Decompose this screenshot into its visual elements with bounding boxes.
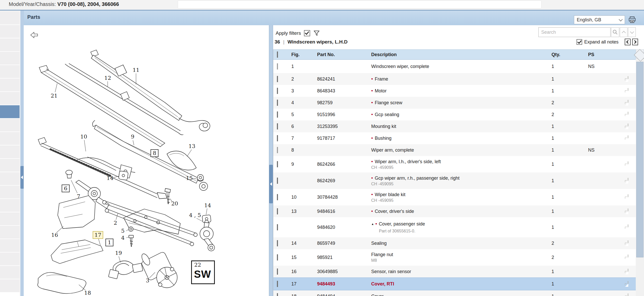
row-checkbox[interactable] [277,208,278,214]
row-checkbox[interactable] [277,224,278,230]
sidebar-item[interactable] [0,279,20,292]
row-checkbox[interactable] [277,161,278,167]
note-icon[interactable] [628,240,628,246]
sidebar-item[interactable] [0,226,20,239]
sidebar-item[interactable] [0,199,20,212]
table-row-selected[interactable]: 17 9484493 Cover, RTI 1 [273,277,636,290]
note-icon[interactable] [628,281,628,287]
next-section-button[interactable] [632,39,638,45]
sidebar-item[interactable] [0,132,20,145]
search-button[interactable] [611,27,619,37]
fig-cell: 13 [291,209,317,214]
expand-all-notes-checkbox[interactable] [577,39,582,45]
table-row[interactable]: 13 9484616 •Cover, driver's side 1 [273,205,636,217]
row-checkbox[interactable] [277,281,278,287]
table-row[interactable]: 7 9178717 •Bushing 1 [273,132,636,144]
select-all-checkbox[interactable] [277,51,278,58]
note-icon[interactable] [628,76,628,82]
note-icon[interactable] [628,178,628,184]
row-checkbox[interactable] [277,135,278,141]
diagram-figure-label: 14 [107,175,114,181]
row-checkbox[interactable] [277,240,278,246]
note-icon[interactable] [628,124,628,129]
part-marker-icon: • [371,175,373,181]
sidebar-item[interactable] [0,239,20,252]
row-checkbox[interactable] [277,268,278,275]
sidebar-item[interactable] [0,186,20,198]
note-expander-icon[interactable]: ▲ [371,222,374,225]
left-sidebar-list[interactable] [0,12,20,296]
sidebar-item[interactable] [0,79,20,91]
table-row[interactable]: 8 Wiper arm, complete 1 NS [273,144,636,156]
table-row[interactable]: 9484620 ▲•Cover, passenger sidePart of 3… [273,217,636,237]
row-checkbox[interactable] [277,111,278,118]
table-scrollbar[interactable] [636,49,644,296]
sidebar-item[interactable] [0,159,20,172]
table-row[interactable]: 14 8659749 Sealing 2 [273,237,636,249]
table-row[interactable]: 4 982759 •Flange screw 2 [273,97,636,109]
note-icon[interactable] [628,255,628,260]
find-next-button[interactable] [628,27,636,37]
sidebar-item[interactable] [0,65,20,78]
scrollbar-thumb[interactable] [636,62,643,257]
sidebar-splitter-handle[interactable] [20,166,24,189]
table-row[interactable]: 5 9151996 •Gcp sealing 2 [273,109,636,120]
sidebar-item[interactable] [0,266,20,279]
row-checkbox[interactable] [277,123,278,129]
sidebar-item[interactable] [0,38,20,51]
row-checkbox[interactable] [277,293,278,296]
table-row[interactable]: 9 8624266 •Wiper arm, l.h., driver's sid… [273,156,636,172]
sidebar-item[interactable] [0,12,20,24]
desc-cell: Flange screw [375,100,402,105]
row-checkbox[interactable] [277,178,278,184]
scroll-up-button[interactable] [636,49,644,59]
table-row[interactable]: 8624269 •Gcp wiper arm, r.h., passenger … [273,172,636,189]
table-row[interactable]: 16 30649885 Sensor, rain sensor 1 [273,266,636,277]
note-icon[interactable] [628,135,628,141]
panel-splitter-handle[interactable] [269,165,273,203]
table-row[interactable]: 15 985921 Flange nutM8 2 [273,249,636,266]
table-row[interactable]: 18 9484494 Cover 1 [273,290,636,296]
search-input[interactable] [538,27,611,37]
table-row[interactable]: 1 Windscreen wiper, complete 1 NS [273,60,636,73]
note-icon[interactable] [628,208,628,214]
sidebar-item[interactable] [0,52,20,65]
note-icon[interactable] [628,161,628,167]
row-checkbox[interactable] [277,100,278,106]
note-icon[interactable] [628,224,628,230]
table-row[interactable]: 2 8624241 •Frame 1 [273,73,636,85]
note-icon[interactable] [628,194,628,200]
search-icon [612,29,618,35]
table-row[interactable]: 3 8648343 •Motor 1 [273,85,636,97]
filter-funnel-icon[interactable] [313,30,320,37]
panel-splitter[interactable] [269,25,273,296]
note-icon[interactable] [628,269,628,274]
row-checkbox[interactable] [277,88,278,94]
part-cell: 9151996 [317,112,371,117]
table-row[interactable]: 6 31253395 Mounting kit 1 [273,120,636,132]
row-checkbox[interactable] [277,194,278,200]
row-checkbox[interactable] [277,76,278,82]
sidebar-item[interactable] [0,253,20,265]
note-icon[interactable] [628,112,628,117]
sidebar-item[interactable] [0,25,20,38]
note-icon[interactable] [628,88,628,94]
note-icon[interactable] [628,293,628,296]
sidebar-splitter[interactable] [20,11,24,296]
language-select[interactable]: English, GB [574,15,625,24]
find-previous-button[interactable] [620,27,628,37]
sidebar-item[interactable] [0,119,20,132]
sidebar-item[interactable] [0,92,20,105]
apply-filters-checkbox[interactable] [304,30,310,36]
note-icon[interactable] [628,100,628,106]
sidebar-item[interactable] [0,145,20,158]
sidebar-item-selected[interactable] [0,105,20,118]
print-button[interactable] [628,15,637,24]
sidebar-item[interactable] [0,172,20,185]
row-checkbox[interactable] [277,254,278,260]
table-row[interactable]: 10 30784428 •Wiper blade kitCH -459095 1 [273,189,636,205]
sidebar-item[interactable] [0,212,20,225]
section-divider: | [283,39,284,45]
previous-section-button[interactable] [625,39,631,45]
part-marker-icon: • [371,159,373,164]
